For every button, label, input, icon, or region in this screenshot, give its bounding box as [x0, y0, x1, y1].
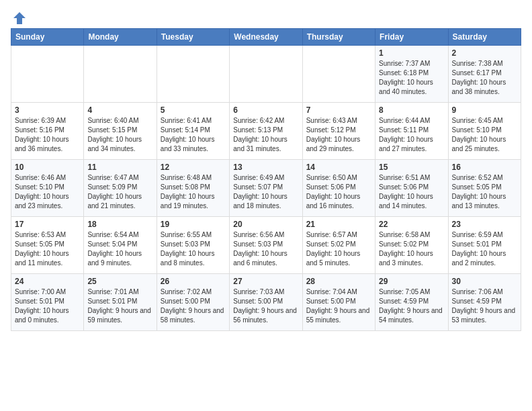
calendar-cell: 19Sunrise: 6:55 AM Sunset: 5:03 PM Dayli…	[157, 217, 229, 274]
day-info: Sunrise: 6:46 AM Sunset: 5:10 PM Dayligh…	[15, 173, 80, 211]
day-info: Sunrise: 6:41 AM Sunset: 5:14 PM Dayligh…	[161, 116, 226, 154]
day-number: 10	[15, 163, 80, 172]
day-number: 21	[306, 220, 371, 229]
day-info: Sunrise: 6:55 AM Sunset: 5:03 PM Dayligh…	[161, 230, 226, 268]
day-number: 24	[15, 277, 80, 286]
day-info: Sunrise: 7:00 AM Sunset: 5:01 PM Dayligh…	[15, 287, 80, 325]
calendar-cell: 7Sunrise: 6:43 AM Sunset: 5:12 PM Daylig…	[302, 103, 375, 160]
calendar-body: 1Sunrise: 7:37 AM Sunset: 6:18 PM Daylig…	[11, 46, 521, 331]
calendar-cell: 15Sunrise: 6:51 AM Sunset: 5:06 PM Dayli…	[375, 160, 448, 217]
logo-icon	[12, 11, 27, 26]
calendar-cell: 9Sunrise: 6:45 AM Sunset: 5:10 PM Daylig…	[448, 103, 521, 160]
day-info: Sunrise: 6:44 AM Sunset: 5:11 PM Dayligh…	[379, 116, 444, 154]
day-header-friday: Friday	[375, 29, 448, 46]
calendar-cell: 25Sunrise: 7:01 AM Sunset: 5:01 PM Dayli…	[84, 274, 157, 331]
calendar-cell: 5Sunrise: 6:41 AM Sunset: 5:14 PM Daylig…	[157, 103, 229, 160]
calendar-cell	[84, 46, 157, 103]
calendar-week-row: 3Sunrise: 6:39 AM Sunset: 5:16 PM Daylig…	[11, 103, 521, 160]
day-number: 15	[379, 163, 444, 172]
day-info: Sunrise: 6:45 AM Sunset: 5:10 PM Dayligh…	[452, 116, 517, 154]
calendar-cell: 11Sunrise: 6:47 AM Sunset: 5:09 PM Dayli…	[84, 160, 157, 217]
day-info: Sunrise: 6:48 AM Sunset: 5:08 PM Dayligh…	[161, 173, 226, 211]
calendar-week-row: 17Sunrise: 6:53 AM Sunset: 5:05 PM Dayli…	[11, 217, 521, 274]
day-info: Sunrise: 6:53 AM Sunset: 5:05 PM Dayligh…	[15, 230, 80, 268]
day-info: Sunrise: 6:39 AM Sunset: 5:16 PM Dayligh…	[15, 116, 80, 154]
calendar-cell: 1Sunrise: 7:37 AM Sunset: 6:18 PM Daylig…	[375, 46, 448, 103]
calendar-cell	[302, 46, 375, 103]
day-number: 27	[233, 277, 298, 286]
day-header-monday: Monday	[84, 29, 157, 46]
day-info: Sunrise: 7:06 AM Sunset: 4:59 PM Dayligh…	[452, 287, 517, 325]
day-info: Sunrise: 6:50 AM Sunset: 5:06 PM Dayligh…	[306, 173, 371, 211]
day-info: Sunrise: 7:04 AM Sunset: 5:00 PM Dayligh…	[306, 287, 371, 325]
calendar-cell: 18Sunrise: 6:54 AM Sunset: 5:04 PM Dayli…	[84, 217, 157, 274]
day-number: 9	[452, 105, 517, 115]
calendar-cell: 17Sunrise: 6:53 AM Sunset: 5:05 PM Dayli…	[11, 217, 84, 274]
day-info: Sunrise: 6:52 AM Sunset: 5:05 PM Dayligh…	[452, 173, 517, 211]
day-number: 13	[233, 163, 298, 172]
day-header-thursday: Thursday	[302, 29, 375, 46]
day-number: 14	[306, 163, 371, 172]
calendar-cell	[157, 46, 229, 103]
day-info: Sunrise: 7:01 AM Sunset: 5:01 PM Dayligh…	[87, 287, 152, 325]
day-info: Sunrise: 7:02 AM Sunset: 5:00 PM Dayligh…	[161, 287, 226, 325]
header	[11, 11, 521, 23]
calendar-cell	[230, 46, 302, 103]
calendar-cell: 29Sunrise: 7:05 AM Sunset: 4:59 PM Dayli…	[375, 274, 448, 331]
day-info: Sunrise: 7:03 AM Sunset: 5:00 PM Dayligh…	[233, 287, 298, 325]
day-number: 7	[306, 105, 371, 115]
day-number: 26	[161, 277, 226, 286]
day-number: 12	[161, 163, 226, 172]
day-number: 18	[87, 220, 152, 229]
day-number: 22	[379, 220, 444, 229]
day-number: 2	[452, 48, 517, 58]
day-info: Sunrise: 6:56 AM Sunset: 5:03 PM Dayligh…	[233, 230, 298, 268]
calendar-cell: 8Sunrise: 6:44 AM Sunset: 5:11 PM Daylig…	[375, 103, 448, 160]
day-info: Sunrise: 7:37 AM Sunset: 6:18 PM Dayligh…	[379, 59, 444, 97]
calendar-cell: 2Sunrise: 7:38 AM Sunset: 6:17 PM Daylig…	[448, 46, 521, 103]
day-number: 29	[379, 277, 444, 286]
calendar-cell: 3Sunrise: 6:39 AM Sunset: 5:16 PM Daylig…	[11, 103, 84, 160]
calendar-cell: 28Sunrise: 7:04 AM Sunset: 5:00 PM Dayli…	[302, 274, 375, 331]
calendar-cell: 4Sunrise: 6:40 AM Sunset: 5:15 PM Daylig…	[84, 103, 157, 160]
day-number: 23	[452, 220, 517, 229]
day-number: 3	[15, 105, 80, 115]
calendar-week-row: 10Sunrise: 6:46 AM Sunset: 5:10 PM Dayli…	[11, 160, 521, 217]
calendar-cell: 22Sunrise: 6:58 AM Sunset: 5:02 PM Dayli…	[375, 217, 448, 274]
calendar-week-row: 1Sunrise: 7:37 AM Sunset: 6:18 PM Daylig…	[11, 46, 521, 103]
day-info: Sunrise: 6:57 AM Sunset: 5:02 PM Dayligh…	[306, 230, 371, 268]
day-header-saturday: Saturday	[448, 29, 521, 46]
day-number: 16	[452, 163, 517, 172]
calendar-cell: 14Sunrise: 6:50 AM Sunset: 5:06 PM Dayli…	[302, 160, 375, 217]
svg-marker-0	[13, 12, 26, 24]
day-number: 4	[87, 105, 152, 115]
calendar-cell: 24Sunrise: 7:00 AM Sunset: 5:01 PM Dayli…	[11, 274, 84, 331]
calendar-table: SundayMondayTuesdayWednesdayThursdayFrid…	[11, 28, 521, 331]
calendar-cell: 6Sunrise: 6:42 AM Sunset: 5:13 PM Daylig…	[230, 103, 302, 160]
calendar-cell: 27Sunrise: 7:03 AM Sunset: 5:00 PM Dayli…	[230, 274, 302, 331]
day-header-sunday: Sunday	[11, 29, 84, 46]
day-info: Sunrise: 6:51 AM Sunset: 5:06 PM Dayligh…	[379, 173, 444, 211]
calendar-header-row: SundayMondayTuesdayWednesdayThursdayFrid…	[11, 29, 521, 46]
calendar-cell: 26Sunrise: 7:02 AM Sunset: 5:00 PM Dayli…	[157, 274, 229, 331]
day-info: Sunrise: 6:47 AM Sunset: 5:09 PM Dayligh…	[87, 173, 152, 211]
day-number: 6	[233, 105, 298, 115]
day-info: Sunrise: 6:49 AM Sunset: 5:07 PM Dayligh…	[233, 173, 298, 211]
day-info: Sunrise: 7:38 AM Sunset: 6:17 PM Dayligh…	[452, 59, 517, 97]
day-number: 19	[161, 220, 226, 229]
logo	[11, 11, 27, 23]
day-number: 30	[452, 277, 517, 286]
day-info: Sunrise: 6:42 AM Sunset: 5:13 PM Dayligh…	[233, 116, 298, 154]
calendar-cell: 10Sunrise: 6:46 AM Sunset: 5:10 PM Dayli…	[11, 160, 84, 217]
day-number: 20	[233, 220, 298, 229]
calendar-cell: 21Sunrise: 6:57 AM Sunset: 5:02 PM Dayli…	[302, 217, 375, 274]
day-info: Sunrise: 6:40 AM Sunset: 5:15 PM Dayligh…	[87, 116, 152, 154]
day-info: Sunrise: 7:05 AM Sunset: 4:59 PM Dayligh…	[379, 287, 444, 325]
day-header-wednesday: Wednesday	[230, 29, 302, 46]
day-info: Sunrise: 6:43 AM Sunset: 5:12 PM Dayligh…	[306, 116, 371, 154]
day-number: 8	[379, 105, 444, 115]
day-number: 5	[161, 105, 226, 115]
calendar-cell: 12Sunrise: 6:48 AM Sunset: 5:08 PM Dayli…	[157, 160, 229, 217]
day-number: 1	[379, 48, 444, 58]
day-info: Sunrise: 6:58 AM Sunset: 5:02 PM Dayligh…	[379, 230, 444, 268]
